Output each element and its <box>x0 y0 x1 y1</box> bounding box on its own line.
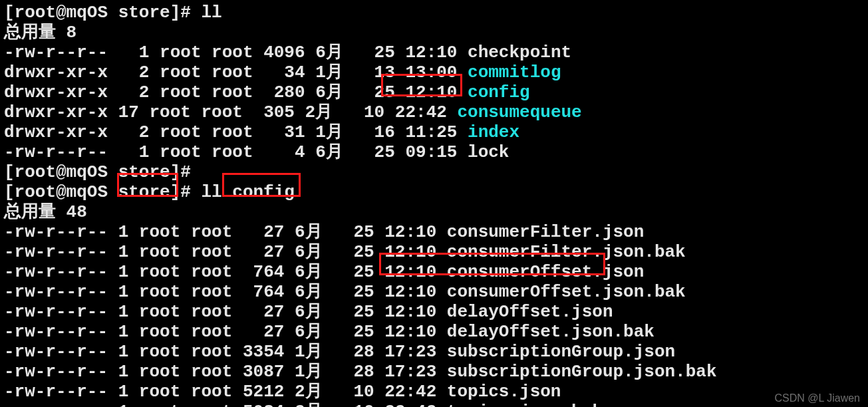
ls-row: -rw-r--r-- 1 root root 4 6月 25 09:15 loc… <box>4 142 509 162</box>
ls-row: -rw-r--r-- 1 root root 764 6月 25 12:10 c… <box>4 282 686 302</box>
highlight-config-dir <box>381 74 462 96</box>
highlight-config-arg <box>222 173 301 197</box>
ls-row: drwxr-xr-x 2 root root 34 1月 13 13:00 co… <box>4 63 561 82</box>
ls-row: -rw-r--r-- 1 root root 5034 2月 10 22:42 … <box>4 402 603 407</box>
ls-row: -rw-r--r-- 1 root root 4096 6月 25 12:10 … <box>4 43 571 63</box>
highlight-store-word <box>117 173 178 197</box>
ls-row: drwxr-xr-x 2 root root 31 1月 16 11:25 in… <box>4 122 519 142</box>
ls-row: -rw-r--r-- 1 root root 27 6月 25 12:10 co… <box>4 222 644 242</box>
ls-row: -rw-r--r-- 1 root root 27 6月 25 12:10 de… <box>4 322 654 342</box>
total-line-1: 总用量 8 <box>4 23 76 43</box>
watermark-text: CSDN @L Jiawen <box>774 392 860 404</box>
ls-row: drwxr-xr-x 17 root root 305 2月 10 22:42 … <box>4 102 582 122</box>
highlight-consumer-offset <box>379 253 605 275</box>
ls-row: -rw-r--r-- 1 root root 3087 1月 28 17:23 … <box>4 362 717 382</box>
prompt-line-1: [root@mqOS store]# ll <box>4 3 222 23</box>
terminal-output[interactable]: [root@mqOS store]# ll 总用量 8 -rw-r--r-- 1… <box>0 0 868 407</box>
ls-row: -rw-r--r-- 1 root root 27 6月 25 12:10 de… <box>4 302 613 322</box>
ls-row: -rw-r--r-- 1 root root 5212 2月 10 22:42 … <box>4 382 561 402</box>
ls-row: -rw-r--r-- 1 root root 3354 1月 28 17:23 … <box>4 342 675 362</box>
total-line-2: 总用量 48 <box>4 202 87 222</box>
